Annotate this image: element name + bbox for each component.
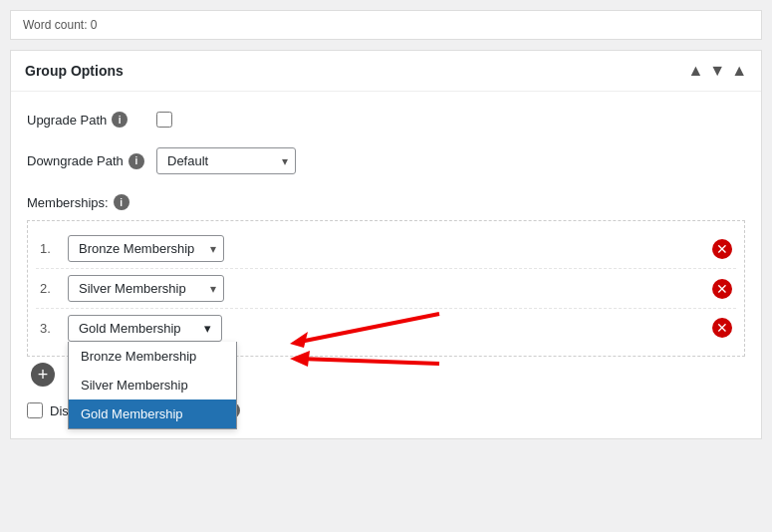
arrow-pointer <box>270 304 449 384</box>
row-number-1: 1. <box>40 241 60 256</box>
panel-title: Group Options <box>25 63 124 79</box>
dropdown-3-selected-label: Gold Membership <box>79 321 181 336</box>
downgrade-path-info-icon[interactable]: i <box>129 153 144 169</box>
membership-select-2[interactable]: Bronze Membership Silver Membership Gold… <box>68 275 224 302</box>
membership-row-1: 1. Bronze Membership Silver Membership G… <box>36 229 736 269</box>
svg-line-2 <box>300 359 439 364</box>
panel-header-controls: ▲ ▼ ▲ <box>687 63 747 79</box>
remove-row-3-button[interactable]: ✕ <box>712 318 732 338</box>
row-number-3: 3. <box>40 321 60 336</box>
add-membership-button[interactable]: + <box>31 363 55 387</box>
upgrade-path-row: Upgrade Path i <box>27 112 745 128</box>
svg-marker-1 <box>290 332 308 348</box>
disable-change-plan-checkbox[interactable] <box>27 402 43 418</box>
svg-marker-3 <box>290 351 310 367</box>
dropdown-3-menu: Bronze Membership Silver Membership Gold… <box>68 342 237 429</box>
membership-row-2: 2. Bronze Membership Silver Membership G… <box>36 269 736 309</box>
dropdown-3-chevron: ▾ <box>204 321 211 336</box>
downgrade-path-select[interactable]: Default None Custom <box>156 147 296 174</box>
collapse-up-icon[interactable]: ▲ <box>687 63 703 79</box>
panel-body: Upgrade Path i Downgrade Path i Default … <box>11 92 761 438</box>
membership-list: 1. Bronze Membership Silver Membership G… <box>27 220 745 357</box>
upgrade-path-info-icon[interactable]: i <box>112 112 128 128</box>
memberships-info-icon[interactable]: i <box>114 194 129 210</box>
panel-header: Group Options ▲ ▼ ▲ <box>11 51 761 92</box>
upgrade-path-checkbox[interactable] <box>156 112 172 128</box>
membership-dropdown-2: Bronze Membership Silver Membership Gold… <box>68 275 224 302</box>
collapse-icon[interactable]: ▲ <box>731 63 747 79</box>
memberships-section: Memberships: i 1. Bronze Membership Silv… <box>27 194 745 387</box>
downgrade-path-row: Downgrade Path i Default None Custom ▾ <box>27 147 745 174</box>
downgrade-path-select-wrapper: Default None Custom ▾ <box>156 147 296 174</box>
membership-select-1[interactable]: Bronze Membership Silver Membership Gold… <box>68 235 224 262</box>
remove-row-1-button[interactable]: ✕ <box>712 239 732 259</box>
membership-dropdown-3-open: Gold Membership ▾ Bronze Membership Silv… <box>68 315 222 342</box>
membership-dropdown-1: Bronze Membership Silver Membership Gold… <box>68 235 224 262</box>
row-number-2: 2. <box>40 281 60 296</box>
collapse-down-icon[interactable]: ▼ <box>709 63 725 79</box>
memberships-label: Memberships: i <box>27 194 745 210</box>
dropdown-3-option-gold[interactable]: Gold Membership <box>69 399 236 428</box>
svg-line-0 <box>300 314 439 342</box>
dropdown-3-option-bronze[interactable]: Bronze Membership <box>69 342 236 371</box>
word-count-text: Word count: 0 <box>23 18 97 32</box>
downgrade-path-label: Downgrade Path i <box>27 153 156 169</box>
word-count-bar: Word count: 0 <box>10 10 762 40</box>
remove-row-2-button[interactable]: ✕ <box>712 279 732 299</box>
membership-row-3: 3. Gold Membership ▾ Bronze Membership S… <box>36 309 736 348</box>
upgrade-path-label: Upgrade Path i <box>27 112 156 128</box>
dropdown-3-trigger[interactable]: Gold Membership ▾ <box>68 315 222 342</box>
panel: Group Options ▲ ▼ ▲ Upgrade Path i Downg… <box>10 50 762 439</box>
dropdown-3-option-silver[interactable]: Silver Membership <box>69 371 236 399</box>
